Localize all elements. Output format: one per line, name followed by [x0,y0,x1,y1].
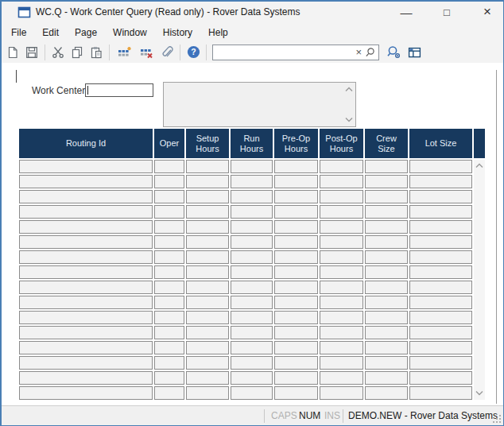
table-cell[interactable] [231,265,273,279]
table-cell[interactable] [154,250,184,264]
table-cell[interactable] [19,235,153,249]
table-cell[interactable] [186,341,229,354]
table-cell[interactable] [320,235,363,249]
scroll-down-icon[interactable] [345,117,353,122]
table-cell[interactable] [320,356,363,370]
table-cell[interactable] [409,190,472,203]
table-cell[interactable] [19,326,153,339]
table-cell[interactable] [409,296,472,309]
table-cell[interactable] [231,160,273,173]
table-row[interactable] [19,190,472,203]
maximize-button[interactable]: □ [433,0,460,24]
table-cell[interactable] [409,281,472,294]
table-cell[interactable] [274,205,318,219]
table-row[interactable] [19,250,472,264]
table-cell[interactable] [231,341,273,354]
table-cell[interactable] [154,296,184,309]
table-cell[interactable] [19,371,153,385]
table-cell[interactable] [19,296,153,309]
table-cell[interactable] [186,371,229,385]
table-cell[interactable] [154,281,184,294]
table-cell[interactable] [274,160,318,173]
table-cell[interactable] [409,326,472,339]
table-row[interactable] [19,326,472,339]
table-cell[interactable] [186,205,229,219]
grid-scroll-down-icon[interactable] [475,390,483,397]
table-cell[interactable] [154,356,184,370]
table-cell[interactable] [274,190,318,203]
grid-insert-icon[interactable] [113,43,135,62]
table-row[interactable] [19,205,472,219]
table-cell[interactable] [186,281,229,294]
table-cell[interactable] [154,386,184,400]
table-cell[interactable] [231,296,273,309]
save-icon[interactable] [22,43,41,62]
table-cell[interactable] [320,205,363,219]
table-cell[interactable] [274,265,318,279]
table-cell[interactable] [274,371,318,385]
table-cell[interactable] [320,371,363,385]
description-field[interactable] [163,82,356,127]
table-cell[interactable] [19,250,153,264]
table-cell[interactable] [365,296,408,309]
table-row[interactable] [19,341,472,354]
table-cell[interactable] [320,281,363,294]
table-cell[interactable] [320,175,363,188]
table-cell[interactable] [231,205,273,219]
cut-icon[interactable] [48,43,68,62]
table-cell[interactable] [186,250,229,264]
attachment-icon[interactable] [157,43,176,62]
table-cell[interactable] [231,386,273,400]
table-cell[interactable] [274,296,318,309]
table-cell[interactable] [186,235,229,249]
table-cell[interactable] [320,341,363,354]
table-cell[interactable] [320,386,363,400]
table-cell[interactable] [409,175,472,188]
table-cell[interactable] [320,250,363,264]
table-cell[interactable] [186,220,229,234]
table-cell[interactable] [409,220,472,234]
table-cell[interactable] [320,311,363,324]
table-cell[interactable] [231,250,273,264]
table-cell[interactable] [19,160,153,173]
menu-window[interactable]: Window [105,25,155,40]
table-cell[interactable] [19,311,153,324]
work-center-input[interactable] [85,83,153,97]
table-cell[interactable] [154,341,184,354]
table-cell[interactable] [365,235,408,249]
search-icon[interactable] [364,47,378,57]
table-cell[interactable] [19,265,153,279]
table-cell[interactable] [409,160,472,173]
table-cell[interactable] [274,250,318,264]
table-cell[interactable] [365,190,408,203]
table-cell[interactable] [274,356,318,370]
table-row[interactable] [19,265,472,279]
table-row[interactable] [19,386,472,400]
table-cell[interactable] [365,175,408,188]
table-cell[interactable] [19,220,153,234]
table-cell[interactable] [365,220,408,234]
table-cell[interactable] [19,386,153,400]
table-row[interactable] [19,296,472,309]
table-cell[interactable] [154,326,184,339]
table-cell[interactable] [365,281,408,294]
table-cell[interactable] [365,356,408,370]
table-cell[interactable] [186,326,229,339]
table-cell[interactable] [409,356,472,370]
table-cell[interactable] [409,265,472,279]
close-button[interactable]: × [474,0,501,24]
table-cell[interactable] [409,235,472,249]
table-cell[interactable] [231,356,273,370]
search-clear-icon[interactable]: × [353,47,364,57]
table-cell[interactable] [19,281,153,294]
table-cell[interactable] [19,341,153,354]
menu-history[interactable]: History [155,25,200,40]
table-cell[interactable] [154,311,184,324]
table-cell[interactable] [154,190,184,203]
table-cell[interactable] [154,175,184,188]
table-cell[interactable] [154,205,184,219]
table-cell[interactable] [409,311,472,324]
table-cell[interactable] [19,190,153,203]
table-row[interactable] [19,160,472,173]
table-cell[interactable] [274,386,318,400]
